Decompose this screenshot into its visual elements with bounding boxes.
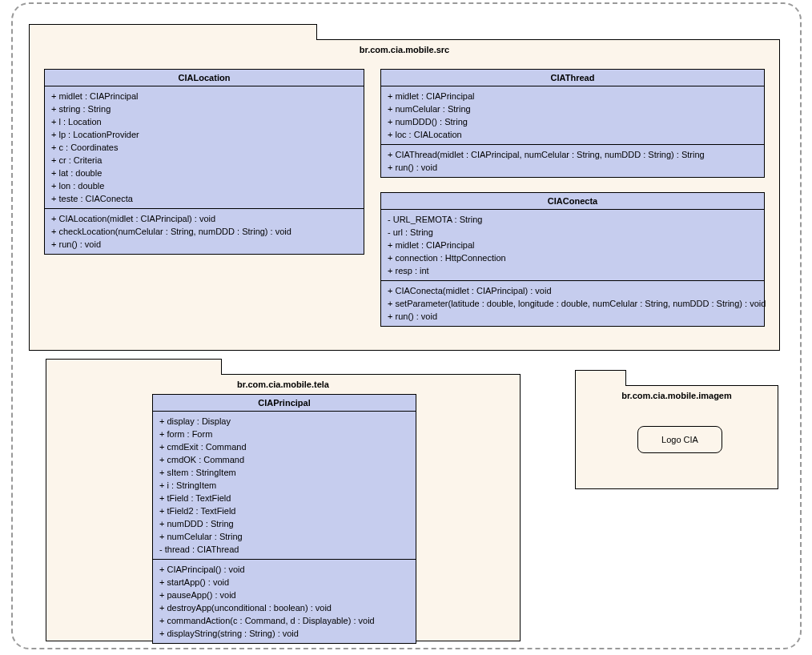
class-ciathread-attrs: + midlet : CIAPrincipal + numCelular : S… bbox=[381, 86, 764, 145]
op: + pauseApp() : void bbox=[159, 589, 409, 601]
class-ciaprincipal-attrs: + display : Display + form : Form + cmdE… bbox=[153, 412, 416, 560]
attr: + display : Display bbox=[159, 415, 409, 428]
attr: + tField : TextField bbox=[159, 492, 409, 504]
attr: + form : Form bbox=[159, 428, 409, 440]
package-src: br.com.cia.mobile.src CIALocation + midl… bbox=[29, 39, 780, 351]
attr: + numDDD : String bbox=[159, 517, 409, 530]
op: + destroyApp(unconditional : boolean) : … bbox=[159, 601, 409, 614]
package-src-tab bbox=[29, 24, 317, 40]
class-cialocation: CIALocation + midlet : CIAPrincipal + st… bbox=[44, 69, 364, 255]
op: + CIAPrincipal() : void bbox=[159, 563, 409, 576]
attr: + lat : double bbox=[51, 167, 357, 179]
class-ciathread: CIAThread + midlet : CIAPrincipal + numC… bbox=[380, 69, 765, 178]
attr: + l : Location bbox=[51, 115, 357, 128]
attr: + numCelular : String bbox=[159, 530, 409, 543]
attr: + numDDD() : String bbox=[388, 115, 758, 128]
attr: + resp : int bbox=[388, 264, 758, 277]
package-imagem: br.com.cia.mobile.imagem Logo CIA bbox=[575, 385, 778, 489]
attr: + i : StringItem bbox=[159, 479, 409, 492]
op: + setParameter(latitude : double, longit… bbox=[388, 297, 758, 310]
package-tela-tab bbox=[46, 359, 222, 375]
package-tela: br.com.cia.mobile.tela CIAPrincipal + di… bbox=[46, 374, 521, 641]
attr: - url : String bbox=[388, 226, 758, 239]
op: + CIALocation(midlet : CIAPrincipal) : v… bbox=[51, 212, 357, 225]
op: + run() : void bbox=[388, 310, 758, 323]
attr: + tField2 : TextField bbox=[159, 504, 409, 517]
attr: + connection : HttpConnection bbox=[388, 251, 758, 264]
attr: + cmdExit : Command bbox=[159, 440, 409, 453]
package-src-title: br.com.cia.mobile.src bbox=[30, 40, 779, 58]
class-ciaconecta-attrs: - URL_REMOTA : String - url : String + m… bbox=[381, 210, 764, 281]
class-ciaprincipal-title: CIAPrincipal bbox=[153, 395, 416, 412]
class-ciaprincipal: CIAPrincipal + display : Display + form … bbox=[152, 394, 416, 644]
op: + CIAConecta(midlet : CIAPrincipal) : vo… bbox=[388, 284, 758, 297]
attr: - thread : CIAThread bbox=[159, 543, 409, 556]
op: + run() : void bbox=[51, 238, 357, 251]
class-ciaconecta-ops: + CIAConecta(midlet : CIAPrincipal) : vo… bbox=[381, 281, 764, 326]
package-tela-title: br.com.cia.mobile.tela bbox=[46, 375, 520, 392]
op: + startApp() : void bbox=[159, 576, 409, 589]
class-ciaprincipal-ops: + CIAPrincipal() : void + startApp() : v… bbox=[153, 560, 416, 643]
artifact-label: Logo CIA bbox=[661, 435, 698, 444]
package-imagem-tab bbox=[575, 370, 626, 386]
attr: + cr : Criteria bbox=[51, 154, 357, 167]
op: + commandAction(c : Command, d : Display… bbox=[159, 614, 409, 627]
artifact-logo-cia: Logo CIA bbox=[637, 426, 722, 453]
op: + displayString(string : String) : void bbox=[159, 627, 409, 640]
class-cialocation-ops: + CIALocation(midlet : CIAPrincipal) : v… bbox=[45, 209, 364, 254]
attr: + lp : LocationProvider bbox=[51, 128, 357, 141]
attr: + numCelular : String bbox=[388, 102, 758, 115]
class-ciaconecta-title: CIAConecta bbox=[381, 193, 764, 210]
op: + CIAThread(midlet : CIAPrincipal, numCe… bbox=[388, 148, 758, 161]
package-imagem-title: br.com.cia.mobile.imagem bbox=[576, 386, 778, 404]
attr: + midlet : CIAPrincipal bbox=[51, 90, 357, 102]
attr: + teste : CIAConecta bbox=[51, 192, 357, 205]
class-ciaconecta: CIAConecta - URL_REMOTA : String - url :… bbox=[380, 192, 765, 327]
attr: + string : String bbox=[51, 102, 357, 115]
attr: + midlet : CIAPrincipal bbox=[388, 239, 758, 251]
class-ciathread-title: CIAThread bbox=[381, 70, 764, 86]
op: + run() : void bbox=[388, 161, 758, 174]
attr: + lon : double bbox=[51, 179, 357, 192]
attr: + c : Coordinates bbox=[51, 141, 357, 154]
class-ciathread-ops: + CIAThread(midlet : CIAPrincipal, numCe… bbox=[381, 145, 764, 177]
attr: + sItem : StringItem bbox=[159, 466, 409, 479]
op: + checkLocation(numCelular : String, num… bbox=[51, 225, 357, 238]
attr: + loc : CIALocation bbox=[388, 128, 758, 141]
class-cialocation-title: CIALocation bbox=[45, 70, 364, 86]
attr: + midlet : CIAPrincipal bbox=[388, 90, 758, 102]
class-cialocation-attrs: + midlet : CIAPrincipal + string : Strin… bbox=[45, 86, 364, 209]
attr: + cmdOK : Command bbox=[159, 453, 409, 466]
attr: - URL_REMOTA : String bbox=[388, 213, 758, 226]
